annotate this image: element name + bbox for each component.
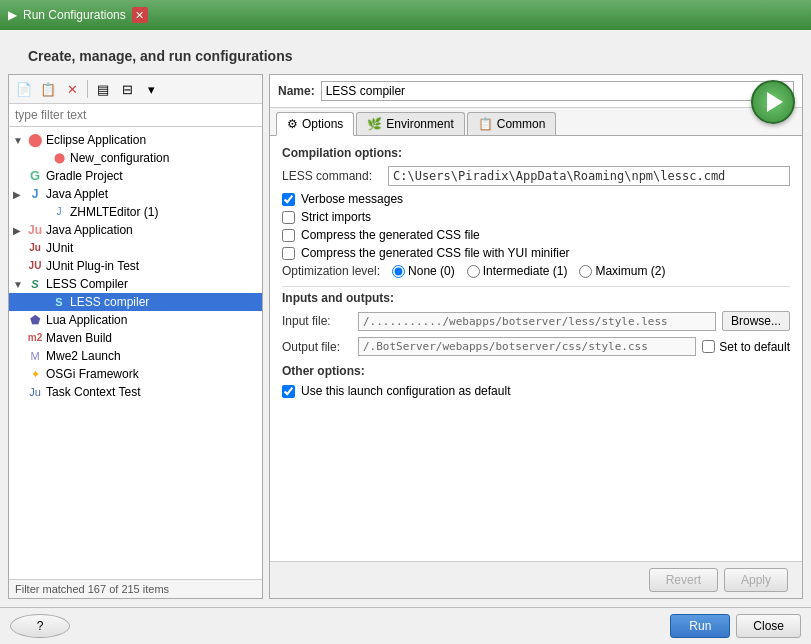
radio-intermediate-input[interactable] [467, 265, 480, 278]
output-file-row: Output file: Set to default [282, 337, 790, 356]
verbose-row: Verbose messages [282, 192, 790, 206]
verbose-label: Verbose messages [301, 192, 403, 206]
header-area: Create, manage, and run configurations [0, 30, 811, 74]
run-big-button[interactable] [751, 80, 795, 124]
tree-item-junit-plugin[interactable]: JU JUnit Plug-in Test [9, 257, 262, 275]
radio-maximum-input[interactable] [579, 265, 592, 278]
verbose-checkbox[interactable] [282, 193, 295, 206]
compress-yui-row: Compress the generated CSS file with YUI… [282, 246, 790, 260]
tree-item-java-applet[interactable]: ▶ J Java Applet [9, 185, 262, 203]
help-btn[interactable]: ? [10, 614, 70, 638]
tree-item-zhmlt[interactable]: J ZHMLTEditor (1) [9, 203, 262, 221]
tree-item-label: LESS Compiler [46, 277, 258, 291]
tab-common[interactable]: 📋 Common [467, 112, 557, 135]
browse-input-btn[interactable]: Browse... [722, 311, 790, 331]
delete-btn[interactable]: ✕ [61, 78, 83, 100]
strict-imports-label: Strict imports [301, 210, 371, 224]
task-icon: Ju [27, 384, 43, 400]
dialog-bottom: ? Run Close [0, 607, 811, 644]
tree-item-junit[interactable]: Ju JUnit [9, 239, 262, 257]
set-default-label: Set to default [719, 340, 790, 354]
use-default-label: Use this launch configuration as default [301, 384, 510, 398]
less-command-input[interactable] [388, 166, 790, 186]
compress-yui-label: Compress the generated CSS file with YUI… [301, 246, 570, 260]
tabs-row: ⚙ Options 🌿 Environment 📋 Common [270, 108, 802, 136]
tree-item-gradle[interactable]: G Gradle Project [9, 167, 262, 185]
compress-css-row: Compress the generated CSS file [282, 228, 790, 242]
radio-none-input[interactable] [392, 265, 405, 278]
use-default-checkbox[interactable] [282, 385, 295, 398]
run-btn[interactable]: Run [670, 614, 730, 638]
strict-imports-row: Strict imports [282, 210, 790, 224]
expand-arrow: ▶ [13, 189, 27, 200]
close-window-btn[interactable]: ✕ [132, 7, 148, 23]
input-file-row: Input file: Browse... [282, 311, 790, 331]
set-default-checkbox[interactable] [702, 340, 715, 353]
lua-icon: ⬟ [27, 312, 43, 328]
tab-options[interactable]: ⚙ Options [276, 112, 354, 136]
radio-maximum: Maximum (2) [579, 264, 665, 278]
gradle-icon: G [27, 168, 43, 184]
other-section-label: Other options: [282, 364, 790, 378]
expand-btn[interactable]: ▾ [140, 78, 162, 100]
tree-item-label: Eclipse Application [46, 133, 258, 147]
tree-item-less-compiler-sub[interactable]: S LESS compiler [9, 293, 262, 311]
eclipse-app-icon: ⬤ [27, 132, 43, 148]
expand-arrow: ▼ [13, 279, 27, 290]
bottom-right-buttons: Run Close [670, 614, 801, 638]
compress-yui-checkbox[interactable] [282, 247, 295, 260]
separator [87, 80, 88, 98]
radio-intermediate-label: Intermediate (1) [483, 264, 568, 278]
tree-item-mwe2[interactable]: M Mwe2 Launch [9, 347, 262, 365]
tree-item-less-compiler[interactable]: ▼ S LESS Compiler [9, 275, 262, 293]
java-app-icon: Ju [27, 222, 43, 238]
strict-imports-checkbox[interactable] [282, 211, 295, 224]
output-file-label: Output file: [282, 340, 352, 354]
input-file-input[interactable] [358, 312, 716, 331]
junit-plugin-icon: JU [27, 258, 43, 274]
right-panel: Name: ⚙ Options 🌿 Environment 📋 Common [269, 74, 803, 599]
new-config-btn[interactable]: 📄 [13, 78, 35, 100]
close-btn[interactable]: Close [736, 614, 801, 638]
tree-item-label: Gradle Project [46, 169, 258, 183]
tree-item-new-config[interactable]: ⬤ New_configuration [9, 149, 262, 167]
compress-css-checkbox[interactable] [282, 229, 295, 242]
maven-icon: m2 [27, 330, 43, 346]
tree-item-label: ZHMLTEditor (1) [70, 205, 258, 219]
revert-btn[interactable]: Revert [649, 568, 718, 592]
expand-arrow: ▼ [13, 135, 27, 146]
output-file-input[interactable] [358, 337, 696, 356]
new-config-icon: ⬤ [51, 150, 67, 166]
less-compiler-icon: S [27, 276, 43, 292]
tab-common-label: Common [497, 117, 546, 131]
tree-item-eclipse-app[interactable]: ▼ ⬤ Eclipse Application [9, 131, 262, 149]
left-panel: 📄 📋 ✕ ▤ ⊟ ▾ ▼ ⬤ Eclipse Application ⬤ [8, 74, 263, 599]
filter-input[interactable] [9, 104, 262, 127]
duplicate-btn[interactable]: 📋 [37, 78, 59, 100]
name-label: Name: [278, 84, 315, 98]
tab-environment[interactable]: 🌿 Environment [356, 112, 464, 135]
name-input[interactable] [321, 81, 794, 101]
common-tab-icon: 📋 [478, 117, 493, 131]
tree-item-task-context[interactable]: Ju Task Context Test [9, 383, 262, 401]
filter-btn[interactable]: ▤ [92, 78, 114, 100]
other-section: Other options: Use this launch configura… [282, 364, 790, 398]
less-command-label: LESS command: [282, 169, 382, 183]
optimization-label: Optimization level: [282, 264, 380, 278]
expand-arrow: ▶ [13, 225, 27, 236]
mwe2-icon: M [27, 348, 43, 364]
name-row: Name: [270, 75, 802, 108]
dialog-footer: Revert Apply [270, 561, 802, 598]
tree-item-maven[interactable]: m2 Maven Build [9, 329, 262, 347]
collapse-btn[interactable]: ⊟ [116, 78, 138, 100]
tree-item-lua[interactable]: ⬟ Lua Application [9, 311, 262, 329]
radio-none: None (0) [392, 264, 455, 278]
tree-item-label: Java Applet [46, 187, 258, 201]
filter-status: Filter matched 167 of 215 items [9, 579, 262, 598]
tree-item-java-app[interactable]: ▶ Ju Java Application [9, 221, 262, 239]
io-section-label: Inputs and outputs: [282, 286, 790, 305]
tree-item-osgi[interactable]: ✦ OSGi Framework [9, 365, 262, 383]
tab-options-label: Options [302, 117, 343, 131]
compress-css-label: Compress the generated CSS file [301, 228, 480, 242]
apply-btn[interactable]: Apply [724, 568, 788, 592]
